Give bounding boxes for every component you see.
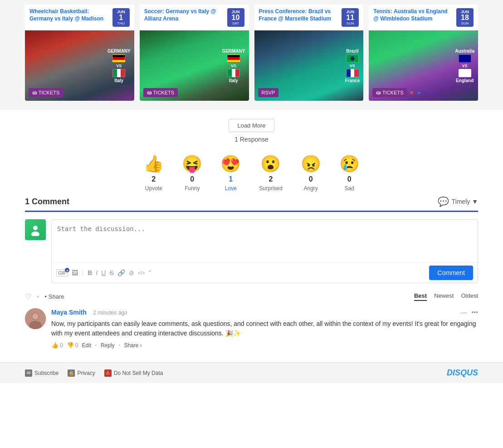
thumbs-down-icon: 👎 [67, 342, 74, 349]
reply-comment-button[interactable]: Reply [101, 342, 115, 349]
commenter-avatar-1 [25, 308, 46, 329]
flag-germany-1 [112, 54, 125, 63]
share-comments-button[interactable]: • Share [45, 293, 64, 300]
load-more-button[interactable]: Load More [229, 119, 274, 132]
love-count: 1 [229, 175, 233, 183]
funny-emoji[interactable]: 😝 [182, 154, 202, 173]
surprised-emoji[interactable]: 😮 [260, 154, 281, 173]
italic-toolbar-icon[interactable]: I [96, 269, 98, 276]
event-date-badge-4: JUN 18 SUN [456, 8, 474, 27]
event-card-header-3: Press Conference: Brazil vs France @ Mar… [254, 5, 364, 30]
event-title-3: Press Conference: Brazil vs France @ Mar… [259, 8, 338, 22]
comment-time-1: 2 minutes ago [93, 310, 127, 316]
privacy-footer-link[interactable]: 🔒 Privacy [68, 369, 95, 377]
matchup-flags-3: Brazil VS France [345, 49, 360, 83]
do-not-sell-icon: ⚠ [104, 369, 112, 377]
comment-input-field[interactable] [52, 220, 478, 261]
sad-label: Sad [344, 185, 354, 192]
upvote-emoji[interactable]: 👍 [143, 154, 164, 173]
downvote-comment-button[interactable]: 👎 0 [67, 342, 78, 349]
event-card-4: Tennis: Australia vs England @ Wimbledon… [369, 5, 478, 101]
sort-tab-best[interactable]: Best [414, 292, 427, 301]
events-section: Wheelchair Basketball: Germany vs Italy … [0, 0, 503, 110]
dot-sep-1: ● [95, 343, 97, 347]
gif-badge: ● [65, 268, 69, 272]
event-card-header-1: Wheelchair Basketball: Germany vs Italy … [25, 5, 134, 30]
upvote-comment-button[interactable]: 👍 0 [51, 342, 63, 349]
comment-menu-1: — ••• [460, 309, 478, 316]
quote-toolbar-icon[interactable]: " [149, 269, 151, 276]
comment-author-area: Maya Smith 2 minutes ago [51, 308, 127, 316]
reaction-upvote[interactable]: 👍 2 Upvote [143, 154, 164, 192]
comment-menu-dash[interactable]: — [460, 309, 467, 316]
comment-vote-row-1: 👍 0 👎 0 Edit ● Reply ● Share › [51, 342, 478, 349]
flag-brazil [346, 54, 359, 63]
rsvp-button-3[interactable]: RSVP [258, 88, 279, 97]
sort-dropdown[interactable]: 💬 Timely ▼ [438, 196, 478, 207]
event-card-3: Press Conference: Brazil vs France @ Mar… [254, 5, 364, 101]
share-icon[interactable]: ➣ [416, 89, 422, 96]
like-comments-button[interactable]: ♡ [25, 292, 31, 301]
angry-emoji[interactable]: 😠 [301, 154, 321, 173]
privacy-label: Privacy [77, 370, 95, 376]
underline-toolbar-icon[interactable]: U [101, 269, 106, 276]
event-title-1: Wheelchair Basketball: Germany vs Italy … [29, 8, 109, 22]
strike-toolbar-icon[interactable]: S [109, 269, 113, 276]
event-date-badge-3: JUN 11 SUN [342, 8, 359, 27]
do-not-sell-footer-link[interactable]: ⚠ Do Not Sell My Data [104, 369, 163, 377]
comment-menu-dots[interactable]: ••• [471, 309, 478, 316]
comments-title: 1 Comment [25, 197, 69, 207]
sort-tab-oldest[interactable]: Oldest [461, 292, 478, 301]
comment-actions-row: ♡ • • Share Best Newest Oldest [25, 292, 478, 301]
sort-label[interactable]: Timely ▼ [452, 198, 478, 205]
reaction-surprised[interactable]: 😮 2 Surprised [259, 154, 282, 192]
angry-count: 0 [309, 175, 313, 183]
sad-emoji[interactable]: 😢 [339, 154, 360, 173]
disqus-brand: DISQUS [447, 368, 478, 378]
event-action-bar-3: RSVP [258, 88, 279, 97]
reaction-funny[interactable]: 😝 0 Funny [182, 154, 202, 192]
sad-count: 0 [347, 175, 352, 183]
comment-text-1: Now, my participants can easily leave co… [51, 319, 478, 338]
reaction-sad[interactable]: 😢 0 Sad [339, 154, 360, 192]
link-toolbar-icon[interactable]: 🔗 [117, 269, 125, 276]
angry-label: Angry [303, 185, 317, 192]
flag-germany-2 [227, 54, 240, 63]
comment-submit-button[interactable]: Comment [429, 266, 473, 280]
tickets-button-4[interactable]: 🎟 TICKETS [372, 88, 407, 97]
event-title-2: Soccer: Germany vs Italy @ Allianz Arena [144, 8, 224, 22]
heart-icon[interactable]: ♥ [410, 89, 414, 96]
svg-point-1 [31, 231, 39, 236]
event-action-bar-1: 🎟 TICKETS [29, 88, 63, 97]
comments-section: 1 Comment 💬 Timely ▼ GIF ● 🖼 B I [0, 196, 503, 362]
flag-italy-1 [112, 69, 125, 77]
comment-meta-1: Maya Smith 2 minutes ago — ••• [51, 308, 478, 316]
funny-count: 0 [190, 175, 194, 183]
reaction-love[interactable]: 😍 1 Love [220, 154, 241, 192]
privacy-icon: 🔒 [68, 369, 75, 377]
code-toolbar-icon[interactable]: </> [138, 270, 145, 276]
comment-input-area: GIF ● 🖼 B I U S 🔗 ⊘ </> " Comment [25, 219, 478, 283]
event-image-3: Brazil VS France RSVP [254, 30, 364, 101]
svg-point-5 [32, 313, 39, 320]
nolink-toolbar-icon[interactable]: ⊘ [129, 269, 134, 276]
subscribe-footer-link[interactable]: ✉ Subscribe [25, 369, 59, 377]
flag-england [459, 69, 471, 77]
gif-toolbar-icon[interactable]: GIF ● [56, 269, 68, 276]
edit-comment-button[interactable]: Edit [82, 342, 91, 349]
reaction-angry[interactable]: 😠 0 Angry [301, 154, 321, 192]
dot-sep-2: ● [118, 343, 121, 347]
share-comment-button[interactable]: Share › [124, 342, 142, 349]
love-emoji[interactable]: 😍 [220, 154, 241, 173]
event-date-badge-1: JUN 1 THU [112, 8, 130, 27]
image-toolbar-icon[interactable]: 🖼 [72, 269, 78, 276]
event-card-1: Wheelchair Basketball: Germany vs Italy … [25, 5, 134, 101]
bold-toolbar-icon[interactable]: B [88, 269, 92, 276]
comment-input-box: GIF ● 🖼 B I U S 🔗 ⊘ </> " Comment [51, 219, 478, 283]
tickets-button-2[interactable]: 🎟 TICKETS [143, 88, 178, 97]
downvote-comment-count: 0 [75, 342, 78, 349]
sort-tab-newest[interactable]: Newest [434, 292, 454, 301]
tickets-button-1[interactable]: 🎟 TICKETS [29, 88, 63, 97]
upvote-comment-count: 0 [60, 342, 63, 349]
reactions-section: 👍 2 Upvote 😝 0 Funny 😍 1 Love 😮 2 Surpri… [0, 145, 503, 196]
